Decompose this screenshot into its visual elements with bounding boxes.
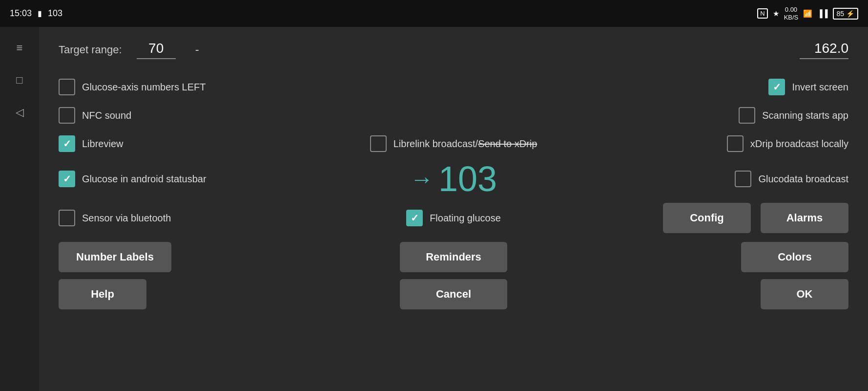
col-left-2: NFC sound [59,102,322,129]
invert-screen-label: Invert screen [792,82,848,93]
back-icon[interactable]: ◁ [16,106,24,119]
glucose-display: → 103 [410,159,497,199]
nfc-sound-label: NFC sound [82,110,131,121]
glucose-statusbar-item: ✓ Glucose in android statusbar [59,166,322,192]
status-right: N ★ 0.00KB/S 📶 ▐▐ 85 ⚡ [757,6,858,21]
sensor-bluetooth-checkbox[interactable] [59,210,75,226]
col-right-1: ✓ Invert screen [585,74,848,100]
col-left-3: ✓ Libreview [59,130,322,157]
col-left-4: ✓ Glucose in android statusbar [59,166,322,192]
glucose-axis-left-item: Glucose-axis numbers LEFT [59,74,322,100]
target-range-row: Target range: 70 - 162.0 [59,41,848,59]
librelink-strike: Send to xDrip [478,138,537,149]
btn-col-right: Colors [592,242,848,272]
btn2-col-mid: Cancel [325,279,582,309]
wifi-icon: 📶 [803,9,812,18]
invert-screen-checkbox[interactable]: ✓ [768,79,785,95]
col-right-3: xDrip broadcast locally [585,130,848,157]
square-icon[interactable]: □ [16,74,22,87]
libreview-item: ✓ Libreview [59,130,322,157]
alarms-button[interactable]: Alarms [761,203,848,233]
btn2-col-left: Help [59,279,315,309]
target-min-value[interactable]: 70 [137,41,176,59]
glucodata-label: Glucodata broadcast [758,174,848,185]
xdrip-checkbox[interactable] [727,135,744,152]
battery-display: 85 ⚡ [833,8,858,20]
librelink-checkbox[interactable] [370,135,387,152]
col-mid-5: ✓ Floating glucose [322,205,585,231]
glucodata-item: Glucodata broadcast [735,166,848,192]
col-mid-4: → 103 [322,159,585,199]
target-range-label: Target range: [59,43,122,59]
notification-count: 103 [48,8,62,19]
check-mark: ✓ [773,81,781,93]
hamburger-icon[interactable]: ≡ [17,42,23,54]
buttons-row-1: Number Labels Reminders Colors [59,242,848,272]
col-left-5: Sensor via bluetooth [59,205,322,231]
xdrip-label: xDrip broadcast locally [750,138,848,150]
floating-glucose-item: ✓ Floating glucose [406,205,501,231]
bluetooth-icon: ★ [773,9,779,18]
reminders-button[interactable]: Reminders [400,242,507,272]
librelink-item: Librelink broadcast/Send to xDrip [370,130,537,157]
glucose-axis-left-label: Glucose-axis numbers LEFT [82,82,206,93]
glucodata-checkbox[interactable] [735,171,751,187]
floating-glucose-label: Floating glucose [430,213,501,224]
btn-col-mid: Reminders [325,242,582,272]
col-right-2: Scanning starts app [585,102,848,129]
glucose-value: 103 [438,159,497,199]
glucose-statusbar-label: Glucose in android statusbar [82,174,207,185]
number-labels-button[interactable]: Number Labels [59,242,171,272]
sim-icon: ▮ [38,9,42,18]
nfc-icon: N [757,8,767,19]
signal-icon: ▐▐ [817,9,827,18]
xdrip-item: xDrip broadcast locally [727,130,848,157]
col-mid-3: Librelink broadcast/Send to xDrip [322,130,585,157]
target-max-value[interactable]: 162.0 [800,41,848,59]
config-button[interactable]: Config [663,203,751,233]
status-left: 15:03 ▮ 103 [10,8,62,19]
col-right-4: Glucodata broadcast [585,166,848,192]
glucose-axis-left-checkbox[interactable] [59,79,75,95]
nfc-sound-checkbox[interactable] [59,107,75,124]
glucose-statusbar-checkbox[interactable]: ✓ [59,171,75,187]
lightning-icon: ⚡ [846,10,854,18]
nfc-sound-item: NFC sound [59,102,322,129]
target-dash: - [176,43,219,59]
sidebar: ≡ □ ◁ [0,27,39,391]
options-row-5: Sensor via bluetooth ✓ Floating glucose … [59,203,848,233]
options-row-1: Glucose-axis numbers LEFT ✓ Invert scree… [59,74,848,100]
colors-button[interactable]: Colors [741,242,848,272]
main-content: Target range: 70 - 162.0 Glucose-axis nu… [39,27,868,391]
btn2-col-right: OK [592,279,848,309]
check-mark-2: ✓ [63,138,71,150]
options-row-3: ✓ Libreview Librelink broadcast/Send to … [59,130,848,157]
help-button[interactable]: Help [59,279,146,309]
col-left-1: Glucose-axis numbers LEFT [59,74,322,100]
floating-glucose-checkbox[interactable]: ✓ [406,210,423,226]
buttons-row-2: Help Cancel OK [59,279,848,309]
libreview-label: Libreview [82,138,123,150]
ok-button[interactable]: OK [761,279,848,309]
libreview-checkbox[interactable]: ✓ [59,135,75,152]
status-bar: 15:03 ▮ 103 N ★ 0.00KB/S 📶 ▐▐ 85 ⚡ [0,0,868,27]
invert-screen-item: ✓ Invert screen [768,74,848,100]
librelink-label: Librelink broadcast/Send to xDrip [393,138,537,150]
sensor-bluetooth-label: Sensor via bluetooth [82,213,171,224]
time-display: 15:03 [10,8,32,19]
options-row-4: ✓ Glucose in android statusbar → 103 Glu… [59,159,848,199]
btn-col-left: Number Labels [59,242,315,272]
glucose-arrow: → [410,166,434,193]
check-mark-3: ✓ [63,173,71,185]
sensor-bluetooth-item: Sensor via bluetooth [59,205,322,231]
cancel-button[interactable]: Cancel [400,279,507,309]
col-right-5: Config Alarms [585,203,848,233]
options-row-2: NFC sound Scanning starts app [59,102,848,129]
network-speed: 0.00KB/S [784,6,799,21]
scanning-starts-item: Scanning starts app [739,102,848,129]
scanning-starts-label: Scanning starts app [762,110,848,121]
check-mark-4: ✓ [411,212,419,224]
scanning-starts-checkbox[interactable] [739,107,755,124]
